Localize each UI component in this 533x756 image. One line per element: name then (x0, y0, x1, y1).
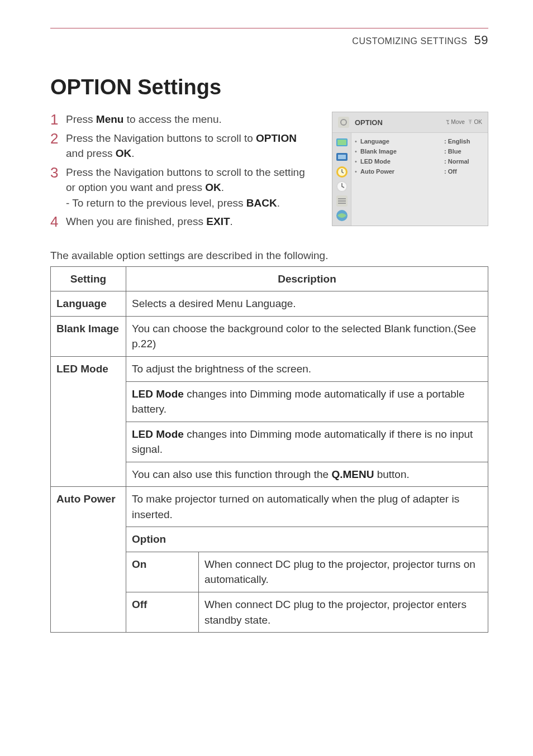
osd-ok-hint: ꔉ OK (468, 119, 482, 126)
option-on-label: On (126, 552, 199, 592)
table-row: Blank Image You can choose the backgroun… (51, 316, 488, 356)
clock-icon (335, 180, 349, 193)
setting-label-blank-image: Blank Image (51, 316, 126, 356)
table-row: Language Selects a desired Menu Language… (51, 291, 488, 317)
table-row: Auto Power To make projector turned on a… (51, 487, 488, 527)
picture-icon (335, 136, 349, 150)
led-mode-keyword-2: LED Mode (132, 428, 184, 440)
osd-row-value: : Blue (444, 148, 483, 155)
osd-row-label: LED Mode (360, 158, 444, 165)
step-4-text-a: When you are finished, press (66, 216, 206, 227)
network-icon (335, 209, 349, 222)
setting-desc-led-1: To adjust the brightness of the screen. (126, 357, 488, 382)
svg-rect-0 (338, 117, 349, 128)
step-number-2: 2 (50, 128, 58, 150)
bullet-icon: • (355, 148, 360, 155)
step-2-text-c: and press (66, 147, 116, 159)
option-on-desc: When connect DC plug to the projector, p… (199, 552, 488, 592)
svg-rect-5 (338, 155, 346, 159)
osd-row-auto-power[interactable]: • Auto Power : Off (355, 166, 483, 176)
step-3-text-a: Press the Navigation buttons to scroll t… (66, 166, 305, 194)
option-icon (335, 194, 349, 208)
bullet-icon: • (355, 168, 360, 175)
osd-row-value: : English (444, 138, 483, 145)
svg-rect-12 (338, 200, 346, 202)
exit-keyword: EXIT (206, 216, 230, 227)
setting-label-led-mode: LED Mode (51, 357, 126, 487)
osd-row-blank-image[interactable]: • Blank Image : Blue (355, 146, 483, 156)
bullet-icon: • (355, 158, 360, 165)
step-1-text-c: to access the menu. (123, 113, 221, 125)
osd-row-led-mode[interactable]: • LED Mode : Normal (355, 156, 483, 166)
setting-desc-language: Selects a desired Menu Language. (126, 291, 488, 317)
setting-desc-blank-image: You can choose the background color to t… (126, 316, 488, 356)
step-4-text-c: . (230, 216, 233, 227)
page-header: CUSTOMIZING SETTINGS 59 (50, 33, 488, 47)
table-header-setting: Setting (51, 266, 126, 291)
step-number-4: 4 (50, 212, 58, 233)
led-mode-keyword: LED Mode (132, 388, 184, 400)
option-sub-header: Option (126, 527, 488, 552)
gear-icon (337, 116, 350, 129)
ok-keyword-2: OK (205, 181, 221, 193)
bullet-icon: • (355, 138, 360, 145)
option-keyword: OPTION (256, 132, 297, 144)
osd-row-label: Language (360, 138, 444, 145)
table-intro: The available option settings are descri… (50, 250, 488, 262)
step-number-1: 1 (50, 109, 58, 131)
ok-keyword: OK (116, 147, 132, 159)
svg-rect-11 (338, 198, 346, 199)
menu-keyword: Menu (96, 113, 124, 125)
qmenu-keyword: Q.MENU (331, 468, 374, 480)
led-desc-4a: You can also use this function through t… (132, 468, 331, 480)
step-number-3: 3 (50, 162, 58, 184)
osd-row-language[interactable]: • Language : English (355, 136, 483, 146)
steps-list: 1 Press Menu to access the menu. 2 Press… (50, 112, 315, 233)
setting-label-language: Language (51, 291, 126, 317)
setting-label-auto-power: Auto Power (51, 487, 126, 633)
step-1-text-a: Press (66, 113, 96, 125)
svg-rect-3 (337, 140, 346, 145)
back-keyword: BACK (246, 197, 277, 209)
option-off-label: Off (126, 592, 199, 633)
step-3-sub-c: . (277, 197, 280, 209)
settings-table: Setting Description Language Selects a d… (50, 266, 488, 633)
screen-icon (335, 151, 349, 164)
osd-row-label: Blank Image (360, 148, 444, 155)
osd-rows: • Language : English • Blank Image : Blu… (351, 133, 488, 226)
step-2-text-a: Press the Navigation buttons to scroll t… (66, 132, 256, 144)
time-icon (335, 165, 349, 179)
osd-icon-column (332, 133, 351, 226)
step-3-text-c: . (221, 181, 224, 193)
osd-row-label: Auto Power (360, 168, 444, 175)
option-off-desc: When connect DC plug to the projector, p… (199, 592, 488, 633)
osd-move-hint: ꔂ Move (446, 119, 465, 126)
osd-row-value: : Normal (444, 158, 483, 165)
section-title: CUSTOMIZING SETTINGS (352, 36, 467, 46)
page-number: 59 (474, 33, 488, 47)
setting-desc-led-2: LED Mode changes into Dimming mode autom… (126, 381, 488, 422)
setting-desc-led-3: LED Mode changes into Dimming mode autom… (126, 422, 488, 462)
osd-panel: OPTION ꔂ Move ꔉ OK • Language : English (332, 112, 488, 226)
setting-desc-led-4: You can also use this function through t… (126, 462, 488, 487)
svg-rect-13 (338, 203, 346, 204)
table-row: LED Mode To adjust the brightness of the… (51, 357, 488, 382)
osd-row-value: : Off (444, 168, 483, 175)
header-divider (50, 28, 488, 28)
step-3-sub-a: - To return to the previous level, press (66, 197, 246, 209)
step-2-text-e: . (131, 147, 134, 159)
led-desc-4c: button. (374, 468, 409, 480)
osd-title: OPTION (355, 118, 383, 127)
page-title: OPTION Settings (50, 75, 488, 99)
osd-header: OPTION ꔂ Move ꔉ OK (332, 112, 488, 133)
table-header-description: Description (126, 266, 488, 291)
setting-desc-auto-power: To make projector turned on automaticall… (126, 487, 488, 527)
